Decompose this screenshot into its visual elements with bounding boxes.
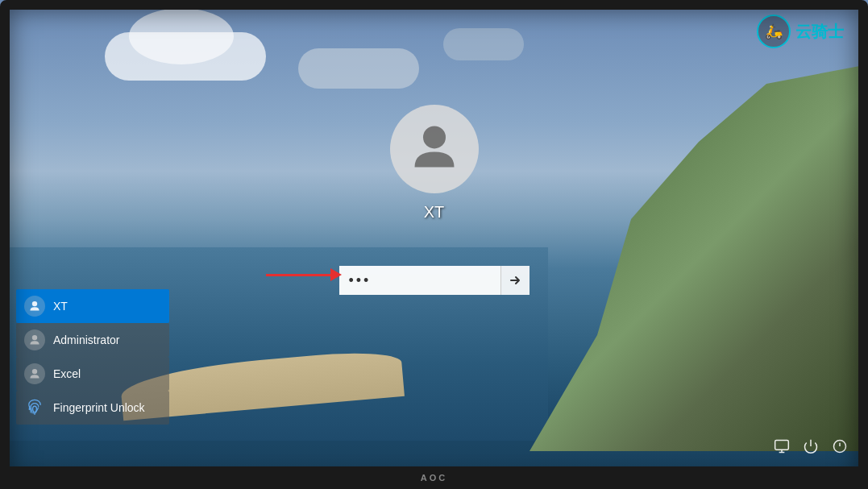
- password-container: [339, 266, 530, 295]
- display-icon[interactable]: [774, 438, 790, 458]
- monitor-brand: AOC: [421, 473, 447, 483]
- fingerprint-icon: [24, 397, 45, 418]
- user-item-icon-administrator: [24, 329, 45, 350]
- user-item-label-xt: XT: [53, 300, 68, 313]
- annotation-arrow: [266, 268, 342, 281]
- watermark: 🛵 云骑士: [757, 15, 844, 48]
- user-item-label-fingerprint: Fingerprint Unlock: [53, 401, 145, 414]
- arrow-head: [330, 268, 342, 281]
- user-list: XT Administrator Excel: [16, 289, 169, 425]
- user-item-excel[interactable]: Excel: [16, 357, 169, 391]
- monitor-bottom-bar: AOC: [0, 466, 868, 489]
- cloud-1: [105, 32, 266, 81]
- user-display-name: XT: [424, 203, 445, 222]
- svg-point-0: [423, 126, 446, 148]
- svg-rect-4: [775, 441, 789, 450]
- power-options-icon[interactable]: [803, 438, 819, 458]
- person-icon: [406, 119, 463, 179]
- password-submit-button[interactable]: [500, 266, 530, 295]
- user-item-label-excel: Excel: [53, 367, 81, 380]
- power-icon[interactable]: [832, 438, 848, 458]
- user-item-administrator[interactable]: Administrator: [16, 323, 169, 357]
- watermark-icon: 🛵: [765, 23, 783, 40]
- cloud-2: [298, 48, 419, 89]
- user-item-icon-excel: [24, 363, 45, 384]
- clouds: [40, 24, 707, 169]
- password-input[interactable]: [339, 266, 500, 295]
- cloud-3: [443, 28, 524, 60]
- user-item-icon-xt: [24, 296, 45, 317]
- arrow-line: [266, 274, 330, 276]
- svg-point-1: [32, 301, 37, 306]
- user-item-label-administrator: Administrator: [53, 334, 119, 346]
- user-item-xt[interactable]: XT: [16, 289, 169, 323]
- user-item-fingerprint[interactable]: Fingerprint Unlock: [16, 391, 169, 425]
- watermark-logo-circle: 🛵: [757, 15, 791, 48]
- watermark-brand-text: 云骑士: [795, 21, 844, 43]
- svg-point-2: [32, 335, 37, 340]
- system-tray: [774, 438, 848, 458]
- user-avatar-container: XT: [390, 105, 479, 222]
- svg-point-3: [32, 369, 37, 374]
- avatar: [390, 105, 479, 193]
